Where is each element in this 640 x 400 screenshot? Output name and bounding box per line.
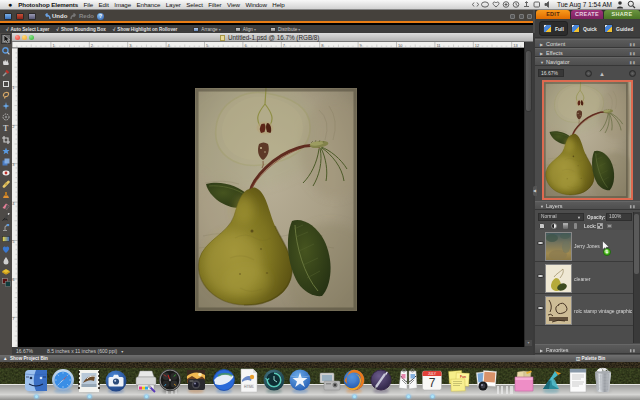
svg-text:13: 13 (513, 43, 518, 48)
svg-text:12: 12 (475, 43, 480, 48)
svg-text:Fun: Fun (460, 375, 466, 379)
svg-text:10: 10 (398, 43, 403, 48)
svg-text:HTML: HTML (244, 385, 254, 389)
svg-text:7: 7 (429, 376, 436, 390)
